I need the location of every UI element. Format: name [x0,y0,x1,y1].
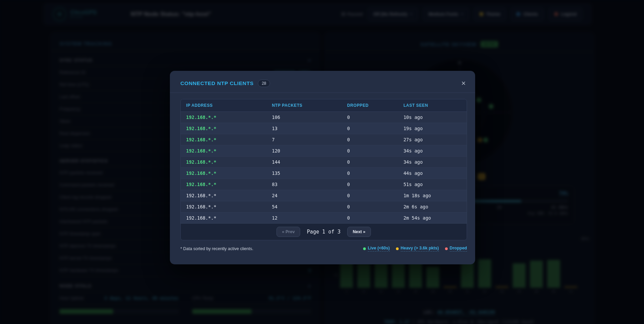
legend-label: Dropped [450,246,467,251]
client-row: 192.168.*.*144034s ago [181,157,467,168]
client-row: 192.168.*.*1202m 54s ago [181,212,467,224]
client-dropped: 0 [342,134,398,145]
close-icon[interactable]: × [460,80,467,87]
prev-page-button[interactable]: « Prev [276,227,300,237]
client-ip: 192.168.*.* [181,145,267,156]
sort-note: * Data sorted by recently active clients… [180,246,253,251]
client-ip: 192.168.*.* [181,168,267,179]
next-page-button[interactable]: Next » [347,227,371,237]
client-dropped: 0 [342,168,398,179]
client-packets: 7 [267,134,342,145]
legend-label: Heavy (> 3.6k pkts) [401,246,439,251]
legend-item[interactable]: Dropped [445,246,467,251]
client-last-seen: 2m 6s ago [398,201,467,212]
client-dropped: 0 [342,123,398,134]
client-packets: 135 [267,168,342,179]
page-indicator: Page 1 of 3 [307,229,340,235]
client-row: 192.168.*.*106010s ago [181,112,467,123]
legend-label: Live (<60s) [368,246,390,251]
client-last-seen: 19s ago [398,123,467,134]
legend-dot-icon [396,247,399,250]
client-row: 192.168.*.*135044s ago [181,168,467,179]
client-dropped: 0 [342,201,398,212]
client-last-seen: 51s ago [398,179,467,190]
client-row: 192.168.*.*7027s ago [181,134,467,145]
client-packets: 120 [267,145,342,156]
client-count-badge: 28 [258,80,270,87]
table-header-row: IP ADDRESS NTP PACKETS DROPPED LAST SEEN [181,99,467,112]
legend-item[interactable]: Live (<60s) [363,246,390,251]
client-ip: 192.168.*.* [181,123,267,134]
client-row: 192.168.*.*120034s ago [181,145,467,157]
client-last-seen: 2m 54s ago [398,212,467,223]
client-dropped: 0 [342,112,398,123]
client-ip: 192.168.*.* [181,179,267,190]
client-ip: 192.168.*.* [181,212,267,223]
client-packets: 54 [267,201,342,212]
client-packets: 13 [267,123,342,134]
col-ntp-packets: NTP PACKETS [267,99,342,112]
client-packets: 83 [267,179,342,190]
status-legend: Live (<60s)Heavy (> 3.6k pkts)Dropped [363,246,467,251]
client-last-seen: 34s ago [398,157,467,167]
client-dropped: 0 [342,190,398,201]
client-dropped: 0 [342,179,398,190]
client-packets: 24 [267,190,342,201]
client-ip: 192.168.*.* [181,134,267,145]
client-last-seen: 27s ago [398,134,467,145]
legend-item[interactable]: Heavy (> 3.6k pkts) [396,246,439,251]
client-ip: 192.168.*.* [181,157,267,167]
client-last-seen: 44s ago [398,168,467,179]
client-ip: 192.168.*.* [181,201,267,212]
client-packets: 106 [267,112,342,123]
client-row: 192.168.*.*13019s ago [181,123,467,134]
col-dropped: DROPPED [342,99,398,112]
client-packets: 144 [267,157,342,167]
client-dropped: 0 [342,145,398,156]
client-last-seen: 1m 18s ago [398,190,467,201]
modal-title: CONNECTED NTP CLIENTS [180,80,253,86]
client-row: 192.168.*.*83051s ago [181,179,467,190]
client-last-seen: 34s ago [398,145,467,156]
col-last-seen: LAST SEEN [398,99,467,112]
clients-table: IP ADDRESS NTP PACKETS DROPPED LAST SEEN… [180,99,467,240]
client-row: 192.168.*.*5402m 6s ago [181,201,467,212]
legend-dot-icon [363,247,366,250]
client-dropped: 0 [342,212,398,223]
client-last-seen: 10s ago [398,112,467,123]
client-ip: 192.168.*.* [181,112,267,123]
client-ip: 192.168.*.* [181,190,267,201]
connected-ntp-clients-modal: CONNECTED NTP CLIENTS 28 × IP ADDRESS NT… [170,71,475,264]
pagination: « Prev Page 1 of 3 Next » [181,224,467,240]
col-ip-address: IP ADDRESS [181,99,267,112]
client-row: 192.168.*.*2401m 18s ago [181,190,467,201]
client-packets: 12 [267,212,342,223]
client-dropped: 0 [342,157,398,167]
legend-dot-icon [445,247,448,250]
